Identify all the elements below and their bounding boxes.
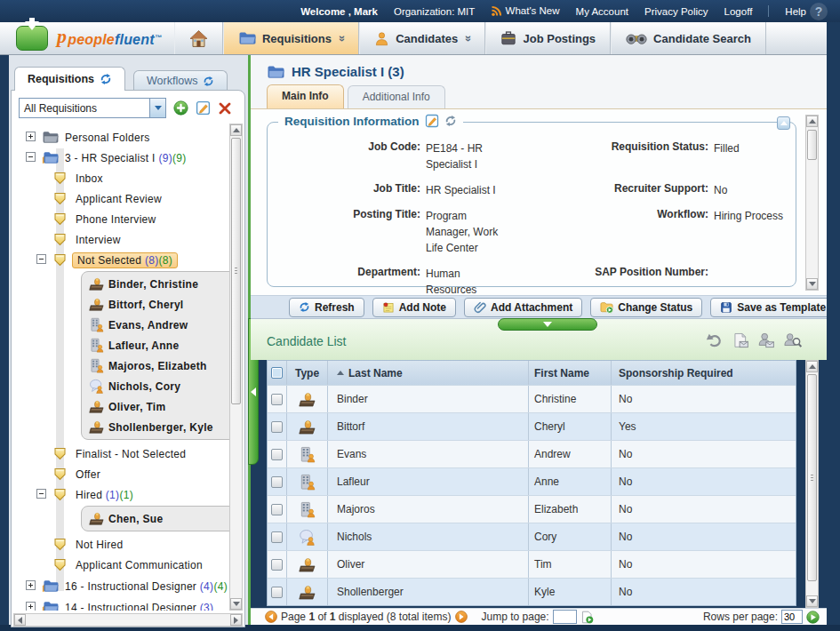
refresh-icon[interactable] xyxy=(203,76,214,87)
column-header-sponsorship[interactable]: Sponsorship Required xyxy=(612,361,796,385)
row-checkbox[interactable] xyxy=(271,449,283,460)
scrollbar-thumb[interactable] xyxy=(807,374,817,581)
collapse-section-button[interactable] xyxy=(777,116,790,130)
panel-collapse-handle[interactable] xyxy=(498,318,597,331)
scrollbar-thumb[interactable] xyxy=(231,138,241,404)
tree-candidate-oliver[interactable]: Oliver, Tim xyxy=(82,396,230,417)
row-checkbox[interactable] xyxy=(271,421,283,433)
add-note-button[interactable]: Add Note xyxy=(372,298,456,317)
tree-candidate-chen[interactable]: Chen, Sue xyxy=(82,508,230,529)
collapse-icon[interactable] xyxy=(36,254,46,264)
scroll-up-arrow[interactable] xyxy=(230,124,242,136)
column-header-last-name[interactable]: Last Name xyxy=(328,361,529,385)
column-header-type[interactable]: Type xyxy=(287,361,328,385)
refresh-icon[interactable] xyxy=(444,115,457,127)
tab-additional-info[interactable]: Additional Info xyxy=(348,85,445,108)
tree-candidate-lafleur[interactable]: Lafleur, Anne xyxy=(82,335,230,355)
table-vertical-scrollbar[interactable] xyxy=(805,360,819,608)
table-row[interactable]: Evans Andrew No xyxy=(268,440,796,467)
tree-item-hired[interactable]: Hired (1)(1) xyxy=(13,484,230,505)
dropdown-arrow-icon[interactable] xyxy=(149,99,165,117)
privacy-policy-link[interactable]: Privacy Policy xyxy=(644,6,708,17)
rows-per-page-input[interactable] xyxy=(781,610,803,624)
table-row[interactable]: Majoros Elizabeth No xyxy=(268,495,796,523)
home-button[interactable] xyxy=(174,22,223,54)
table-row[interactable]: Shollenberger Kyle No xyxy=(268,578,796,605)
expand-icon[interactable] xyxy=(26,132,36,141)
add-attachment-button[interactable]: Add Attachment xyxy=(464,298,582,317)
tree-candidate-binder[interactable]: Binder, Christine xyxy=(82,274,230,294)
collapse-icon[interactable] xyxy=(36,489,46,499)
help-link[interactable]: Help ? xyxy=(785,3,828,20)
row-checkbox[interactable] xyxy=(271,476,283,488)
delete-folder-button[interactable] xyxy=(218,101,232,116)
jump-to-page-input[interactable] xyxy=(553,610,577,624)
scroll-down-arrow[interactable] xyxy=(806,595,818,607)
tree-item-offer[interactable]: Offer xyxy=(13,464,230,484)
selected-tree-node[interactable]: Not Selected (8)(8) xyxy=(72,252,178,268)
table-row[interactable]: Lafleur Anne No xyxy=(268,467,796,495)
nav-tab-candidate-search[interactable]: Candidate Search xyxy=(611,22,766,54)
tree-item-finalist-not-selected[interactable]: Finalist - Not Selected xyxy=(13,443,230,464)
tree-item-requisition-instructional-designer-14[interactable]: 14 - Instructional Designer (3) xyxy=(13,597,230,611)
info-vertical-scrollbar[interactable] xyxy=(805,115,819,291)
scroll-up-arrow[interactable] xyxy=(806,361,818,372)
table-row[interactable]: Bittorf Cheryl Yes xyxy=(268,412,796,440)
refresh-button[interactable]: Refresh xyxy=(289,298,364,317)
logoff-link[interactable]: Logoff xyxy=(724,6,753,17)
table-row[interactable]: Nichols Cory No xyxy=(268,523,796,550)
tree-item-personal-folders[interactable]: Personal Folders xyxy=(13,127,230,148)
document-letter-icon[interactable] xyxy=(732,332,748,348)
previous-page-icon[interactable] xyxy=(265,611,277,623)
row-checkbox[interactable] xyxy=(271,504,283,515)
tree-vertical-scrollbar[interactable] xyxy=(229,124,243,611)
scrollbar-thumb[interactable] xyxy=(807,130,817,160)
tree-item-not-selected[interactable]: Not Selected (8)(8) xyxy=(13,250,230,270)
tree-item-phone-interview[interactable]: Phone Interview xyxy=(13,209,230,229)
select-all-checkbox[interactable] xyxy=(271,367,283,379)
next-page-icon[interactable] xyxy=(455,611,468,623)
scroll-right-arrow[interactable] xyxy=(230,614,242,626)
expand-icon[interactable] xyxy=(26,602,36,611)
app-launcher-button[interactable] xyxy=(16,26,48,51)
collapse-icon[interactable] xyxy=(26,152,36,162)
expand-icon[interactable] xyxy=(26,580,36,590)
scroll-down-arrow[interactable] xyxy=(230,598,242,610)
add-folder-button[interactable] xyxy=(173,100,188,116)
tree-item-not-hired[interactable]: Not Hired xyxy=(13,534,230,555)
row-checkbox[interactable] xyxy=(271,559,283,571)
table-row[interactable]: Binder Christine No xyxy=(268,385,796,412)
row-checkbox[interactable] xyxy=(271,394,283,405)
tree-candidate-majoros[interactable]: Majoros, Elizabeth xyxy=(82,355,230,376)
table-row[interactable]: Oliver Tim No xyxy=(268,550,796,578)
tree-horizontal-scrollbar[interactable] xyxy=(13,613,243,627)
candidate-search-icon[interactable] xyxy=(784,332,802,348)
whats-new-link[interactable]: What's New xyxy=(491,5,559,17)
tab-main-info[interactable]: Main Info xyxy=(267,84,344,108)
my-account-link[interactable]: My Account xyxy=(576,6,628,17)
edit-folder-button[interactable] xyxy=(196,100,211,116)
row-checkbox[interactable] xyxy=(271,531,283,543)
nav-tab-candidates[interactable]: Candidates « xyxy=(359,22,485,54)
tree-candidate-nichols[interactable]: Nichols, Cory xyxy=(82,376,230,396)
row-checkbox[interactable] xyxy=(271,587,283,598)
requisition-filter-select[interactable]: All Requisitions xyxy=(19,98,166,118)
candidate-letter-icon[interactable] xyxy=(758,332,774,348)
tree-item-applicant-review[interactable]: Applicant Review xyxy=(13,188,230,209)
go-to-page-icon[interactable] xyxy=(580,611,594,624)
edit-icon[interactable] xyxy=(425,114,439,128)
tree-item-interview[interactable]: Interview xyxy=(13,229,230,250)
tree-item-requisition-hr-specialist[interactable]: 3 - HR Specialist I (9)(9) xyxy=(13,148,230,168)
save-as-template-button[interactable]: Save as Template xyxy=(710,298,836,317)
nav-tab-requisitions[interactable]: Requisitions « xyxy=(223,22,359,54)
tree-candidate-bittorf[interactable]: Bittorf, Cheryl xyxy=(82,294,230,315)
tree-candidate-shollenberger[interactable]: Shollenberger, Kyle xyxy=(82,417,230,437)
sidebar-tab-workflows[interactable]: Workflows xyxy=(133,70,228,91)
tree-item-requisition-instructional-designer-16[interactable]: 16 - Instructional Designer (4)(4) xyxy=(13,576,230,596)
scroll-left-arrow[interactable] xyxy=(14,614,26,626)
scroll-up-arrow[interactable] xyxy=(806,116,818,127)
sidebar-tab-requisitions[interactable]: Requisitions xyxy=(14,67,125,91)
scroll-down-arrow[interactable] xyxy=(806,278,818,290)
column-header-first-name[interactable]: First Name xyxy=(529,361,612,385)
refresh-icon[interactable] xyxy=(100,73,112,85)
